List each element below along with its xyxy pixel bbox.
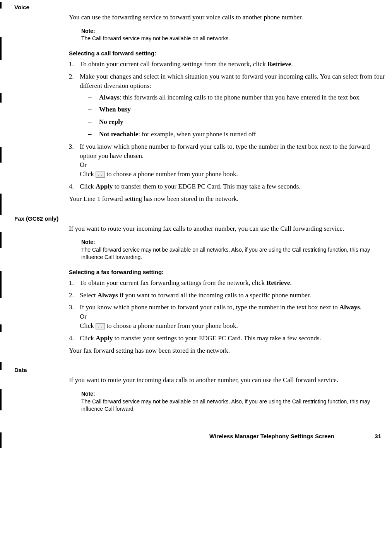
page-footer: Wireless Manager Telephony Settings Scre… <box>0 432 392 440</box>
list-item: 3.If you know which phone number to forw… <box>69 142 386 179</box>
voice-closing: Your Line 1 forward setting has now been… <box>69 194 386 204</box>
diversion-options: –Always: this forwards all incoming call… <box>80 93 386 139</box>
list-item: –Not reachable: for example, when your p… <box>88 130 386 139</box>
step-text: Click Apply to transfer your settings to… <box>80 334 321 342</box>
step-text: If you know which phone number to forwar… <box>80 143 370 160</box>
fax-subheading: Selecting a fax forwarding setting: <box>69 268 386 276</box>
list-item: 3.If you know which phone number to forw… <box>69 303 386 330</box>
list-item: –When busy <box>88 105 386 114</box>
step-click: Click ... to choose a phone number from … <box>80 170 386 179</box>
fax-section: Fax (GC82 only) If you want to route you… <box>0 214 392 355</box>
note-text: The Call forward service may not be avai… <box>81 35 386 42</box>
footer-title: Wireless Manager Telephony Settings Scre… <box>209 433 334 439</box>
change-bar <box>0 271 2 298</box>
voice-body: You can use the forwarding service to fo… <box>0 13 392 204</box>
data-section: Data If you want to route your incoming … <box>0 366 392 412</box>
change-bar <box>0 2 2 9</box>
fax-body: If you want to route your incoming fax c… <box>0 224 392 355</box>
browse-icon[interactable]: ... <box>96 323 105 329</box>
step-text: Make your changes and select in which si… <box>80 73 385 89</box>
change-bar <box>0 432 2 448</box>
list-item: 2.Make your changes and select in which … <box>69 72 386 139</box>
note-text: The Call forward service may not be avai… <box>81 246 386 261</box>
voice-intro: You can use the forwarding service to fo… <box>69 13 386 22</box>
step-or: Or <box>80 312 386 321</box>
change-bar <box>0 147 2 163</box>
list-item: 2.Select Always if you want to forward a… <box>69 291 386 300</box>
note-text: The Call forward service may not be avai… <box>81 398 386 413</box>
change-bar <box>0 232 2 248</box>
voice-steps: 1.To obtain your current call forwarding… <box>69 60 386 191</box>
step-text: To obtain your current fax forwarding se… <box>80 279 292 286</box>
step-text: To obtain your current call forwarding s… <box>80 60 293 68</box>
step-or: Or <box>80 160 386 170</box>
fax-steps: 1.To obtain your current fax forwarding … <box>69 278 386 343</box>
data-body: If you want to route your incoming data … <box>0 376 392 412</box>
list-item: –No reply <box>88 117 386 127</box>
step-text: Select Always if you want to forward all… <box>80 292 311 299</box>
voice-note: Note: The Call forward service may not b… <box>81 27 386 42</box>
voice-heading: Voice <box>14 3 392 11</box>
list-item: 4.Click Apply to transfer your settings … <box>69 334 386 343</box>
list-item: 4.Click Apply to transfer them to your E… <box>69 182 386 191</box>
step-text: Click Apply to transfer them to your EDG… <box>80 183 301 190</box>
step-click: Click ... to choose a phone number from … <box>80 321 386 331</box>
data-heading: Data <box>14 366 392 374</box>
fax-note: Note: The Call forward service may not b… <box>81 238 386 261</box>
note-label: Note: <box>81 390 386 398</box>
step-text: If you know which phone number to forwar… <box>80 304 361 311</box>
note-label: Note: <box>81 238 386 246</box>
change-bar <box>0 324 2 332</box>
data-note: Note: The Call forward service may not b… <box>81 390 386 412</box>
change-bar <box>0 93 2 103</box>
list-item: –Always: this forwards all incoming call… <box>88 93 386 102</box>
fax-closing: Your fax forward setting has now been st… <box>69 346 386 355</box>
change-bar <box>0 37 2 60</box>
fax-intro: If you want to route your incoming fax c… <box>69 224 386 233</box>
voice-subheading: Selecting a call forward setting: <box>69 49 386 57</box>
change-bar <box>0 389 2 410</box>
list-item: 1.To obtain your current fax forwarding … <box>69 278 386 288</box>
note-label: Note: <box>81 27 386 35</box>
page-number: 31 <box>375 432 381 440</box>
data-intro: If you want to route your incoming data … <box>69 376 386 385</box>
fax-heading: Fax (GC82 only) <box>14 214 392 223</box>
browse-icon[interactable]: ... <box>96 172 105 178</box>
list-item: 1.To obtain your current call forwarding… <box>69 60 386 69</box>
voice-section: Voice You can use the forwarding service… <box>0 3 392 204</box>
change-bar <box>0 194 2 215</box>
change-bar <box>0 362 2 370</box>
